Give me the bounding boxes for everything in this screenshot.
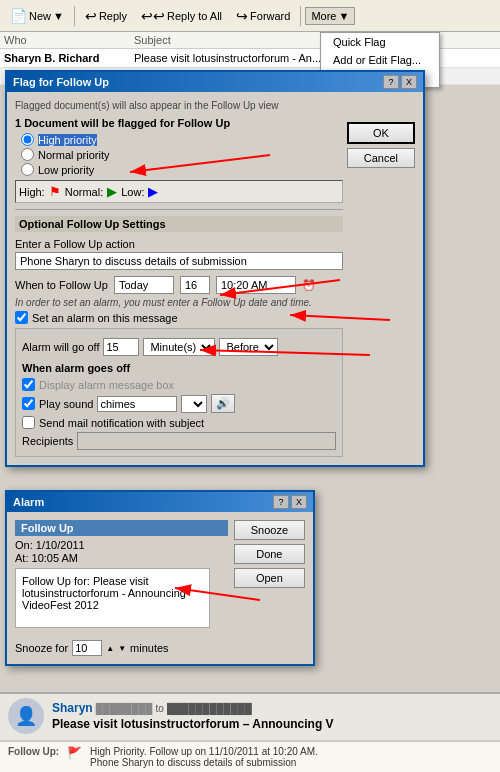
normal-flag-label: Normal: [65,186,104,198]
forward-button[interactable]: ↪ Forward [230,5,296,27]
alarm-info-row: Follow Up On: 1/10/2011 At: 10:05 AM Fol… [15,520,305,634]
send-mail-checkbox[interactable] [22,416,35,429]
open-button[interactable]: Open [234,568,305,588]
who-column-header: Who [4,34,134,46]
when-row: When to Follow Up ⏰ [15,276,343,294]
alarm-dialog-controls: ? X [273,495,307,509]
flag-dialog-close-btn[interactable]: X [401,75,417,89]
high-priority-radio[interactable] [21,133,34,146]
avatar-icon: 👤 [15,705,37,727]
alarm-at-value: 10:05 AM [32,552,78,564]
followup-text-2: Phone Sharyn to discuss details of submi… [90,757,492,768]
alarm-checkbox-label: Set an alarm on this message [32,312,178,324]
flag-description: Flagged document(s) will also appear in … [15,100,343,111]
redacted-name: ████████ [96,703,153,714]
sound-play-btn[interactable]: 🔊 [211,394,235,413]
normal-priority-label: Normal priority [38,149,110,161]
when-label: When to Follow Up [15,279,108,291]
snooze-row: Snooze for ▲ ▼ minutes [15,640,305,656]
email-from-row: 👤 Sharyn ████████ to ████████████ Please… [8,698,492,734]
normal-priority-radio[interactable] [21,148,34,161]
clock-icon: ⏰ [302,279,316,292]
recipients-input[interactable] [77,432,336,450]
followup-flag-icon: 🚩 [67,746,82,768]
alarm-checkbox[interactable] [15,311,28,324]
high-priority-row: High priority [21,133,343,146]
optional-section-title: Optional Follow Up Settings [15,216,343,232]
reply-button[interactable]: ↩ Reply [79,5,133,27]
alarm-dialog-help-btn[interactable]: ? [273,495,289,509]
display-checkbox[interactable] [22,378,35,391]
to-label: to [156,703,164,714]
flag-dialog-controls: ? X [383,75,417,89]
alarm-unit-select[interactable]: Minute(s) Hour(s) Day(s) [143,338,215,356]
flag-icons-row: High: ⚑ Normal: ▶ Low: ▶ [15,180,343,203]
alarm-side-buttons: Snooze Done Open [234,520,305,634]
alarm-info: In order to set an alarm, you must enter… [15,297,343,308]
quick-flag-item[interactable]: Quick Flag [321,33,439,51]
followup-label: Follow Up: [8,746,59,768]
more-button[interactable]: More ▼ [305,7,355,25]
when-num-input[interactable] [180,276,210,294]
section-divider-1 [15,209,343,210]
subject-column-header: Subject [134,34,496,46]
when-alarm-label: When alarm goes off [22,362,336,374]
alarm-on-value: 1/10/2011 [36,539,85,551]
snooze-for-label: Snooze for [15,642,68,654]
flag-dialog-body: OK Cancel Flagged document(s) will also … [7,92,423,465]
done-button[interactable]: Done [234,544,305,564]
alarm-dialog-title: Alarm [13,496,44,508]
cancel-button[interactable]: Cancel [347,148,415,168]
low-priority-radio[interactable] [21,163,34,176]
reply-icon: ↩ [85,8,97,24]
action-input[interactable] [15,252,343,270]
new-button[interactable]: 📄 New ▼ [4,5,70,27]
email-preview: 👤 Sharyn ████████ to ████████████ Please… [0,692,500,772]
display-checkbox-label: Display alarm message box [39,379,174,391]
followup-bar: Follow Up: 🚩 High Priority. Follow up on… [0,741,500,772]
normal-flag-icon: ▶ [107,184,117,199]
from-name: Sharyn ████████ to ████████████ [52,701,492,715]
email-preview-header: 👤 Sharyn ████████ to ████████████ Please… [0,694,500,741]
alarm-at-label: At: [15,552,28,564]
alarm-dialog-body: Follow Up On: 1/10/2011 At: 10:05 AM Fol… [7,512,313,664]
flag-dialog-title: Flag for Follow Up [13,76,109,88]
ok-button[interactable]: OK [347,122,415,144]
normal-priority-row: Normal priority [21,148,343,161]
alarm-dialog-close-btn[interactable]: X [291,495,307,509]
play-sound-row: Play sound 🔊 [22,394,336,413]
snooze-minutes-label: minutes [130,642,169,654]
low-flag-icon: ▶ [148,184,158,199]
snooze-up-icon[interactable]: ▲ [106,644,114,653]
sound-input[interactable] [97,396,177,412]
more-dropdown-icon: ▼ [338,10,349,22]
alarm-info-area: Follow Up On: 1/10/2011 At: 10:05 AM Fol… [15,520,228,634]
alarm-num-input[interactable] [103,338,139,356]
alarm-followup-label: Follow Up [15,520,228,536]
from-details: Sharyn ████████ to ████████████ Please v… [52,701,492,731]
separator-1 [74,6,75,26]
add-edit-flag-item[interactable]: Add or Edit Flag... [321,51,439,69]
play-sound-checkbox[interactable] [22,397,35,410]
alarm-when-select[interactable]: Before After [219,338,278,356]
avatar: 👤 [8,698,44,734]
alarm-dialog: Alarm ? X Follow Up On: 1/10/2011 At: 10… [5,490,315,666]
snooze-button[interactable]: Snooze [234,520,305,540]
reply-all-icon: ↩↩ [141,8,165,24]
flag-dialog-help-btn[interactable]: ? [383,75,399,89]
email-subject-1: Please visit lotusinstructorforum - An..… [134,52,496,64]
snooze-value-input[interactable] [72,640,102,656]
alarm-at-row: At: 10:05 AM [15,552,228,564]
when-date-input[interactable] [114,276,174,294]
sound-select[interactable] [181,395,207,413]
new-dropdown-icon: ▼ [53,10,64,22]
alarm-message-area: Follow Up for: Please visit lotusinstruc… [15,568,210,628]
snooze-down-icon[interactable]: ▼ [118,644,126,653]
flag-dialog: Flag for Follow Up ? X OK Cancel Flagged… [5,70,425,467]
high-flag-label: High: [19,186,45,198]
when-time-input[interactable] [216,276,296,294]
play-sound-label: Play sound [39,398,93,410]
reply-all-button[interactable]: ↩↩ Reply to All [135,5,228,27]
send-mail-row: Send mail notification with subject [22,416,336,429]
priority-group: High priority Normal priority Low priori… [21,133,343,176]
